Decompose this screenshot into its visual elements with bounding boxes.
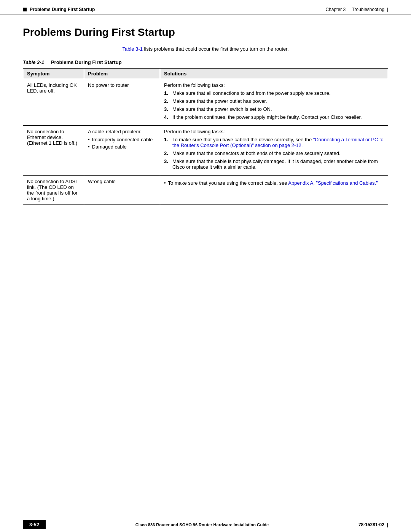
row3-appendix-link[interactable]: Appendix A, "Specifications and Cables." bbox=[288, 180, 378, 186]
row3-symptom: No connection to ADSL link. (The CD LED … bbox=[23, 176, 84, 205]
row1-solutions-list: 1. Make sure that all connections to and… bbox=[164, 90, 384, 120]
footer-doc-title: Cisco 836 Router and SOHO 96 Router Hard… bbox=[46, 522, 358, 527]
list-item: 1. To make sure that you have cabled the… bbox=[164, 137, 384, 148]
list-item: Improperly connected cable bbox=[88, 137, 156, 142]
row2-solutions-intro: Perform the following tasks: bbox=[164, 129, 384, 134]
col-header-problem: Problem bbox=[84, 69, 160, 79]
main-content: Problems During First Startup Table 3-1 … bbox=[0, 15, 411, 247]
list-item: 2. Make sure that the connectors at both… bbox=[164, 150, 384, 156]
table-header-row: Symptom Problem Solutions bbox=[23, 69, 388, 79]
row3-solutions-bullet: To make sure that you are using the corr… bbox=[164, 180, 384, 186]
list-item: Damaged cable bbox=[88, 144, 156, 150]
table-caption-title: Problems During First Startup bbox=[51, 59, 122, 65]
row2-symptom: No connection to Ethernet device. (Ether… bbox=[23, 126, 84, 176]
row1-solutions: Perform the following tasks: 1. Make sur… bbox=[160, 79, 388, 126]
list-item: 2. Make sure that the power outlet has p… bbox=[164, 98, 384, 104]
list-item: To make sure that you are using the corr… bbox=[164, 180, 384, 186]
breadcrumb-text: Problems During First Startup bbox=[30, 7, 95, 12]
row2-problem: A cable-related problem: Improperly conn… bbox=[84, 126, 160, 176]
list-item: 3. Make sure that the cable is not physi… bbox=[164, 158, 384, 170]
row1-solutions-intro: Perform the following tasks: bbox=[164, 82, 384, 88]
intro-paragraph: Table 3-1 lists problems that could occu… bbox=[23, 46, 388, 52]
table-link[interactable]: Table 3-1 bbox=[122, 46, 142, 52]
table-caption-num: Table 3-1 bbox=[23, 59, 44, 65]
page-footer: 3-52 Cisco 836 Router and SOHO 96 Router… bbox=[0, 517, 411, 532]
row2-problem-intro: A cable-related problem: bbox=[88, 129, 156, 134]
list-item: 3. Make sure that the power switch is se… bbox=[164, 106, 384, 112]
chapter-title: Troubleshooting bbox=[352, 7, 385, 12]
chapter-label: Chapter 3 bbox=[325, 7, 346, 12]
table-caption: Table 3-1 Problems During First Startup bbox=[23, 59, 388, 65]
row2-solutions: Perform the following tasks: 1. To make … bbox=[160, 126, 388, 176]
problems-table: Symptom Problem Solutions All LEDs, incl… bbox=[23, 68, 388, 205]
row1-problem: No power to router bbox=[84, 79, 160, 126]
page-title: Problems During First Startup bbox=[23, 26, 388, 38]
row3-problem: Wrong cable bbox=[84, 176, 160, 205]
col-header-solutions: Solutions bbox=[160, 69, 388, 79]
intro-rest-text: lists problems that could occur the firs… bbox=[143, 46, 289, 52]
row1-symptom: All LEDs, including OK LED, are off. bbox=[23, 79, 84, 126]
table-row: No connection to Ethernet device. (Ether… bbox=[23, 126, 388, 176]
footer-doc-number: 78-15281-02 | bbox=[358, 522, 388, 527]
table-row: No connection to ADSL link. (The CD LED … bbox=[23, 176, 388, 205]
list-item: 1. Make sure that all connections to and… bbox=[164, 90, 384, 96]
col-header-symptom: Symptom bbox=[23, 69, 84, 79]
breadcrumb-icon bbox=[23, 8, 27, 11]
page-header: Problems During First Startup Chapter 3 … bbox=[0, 0, 411, 15]
header-chapter: Chapter 3 Troubleshooting | bbox=[325, 7, 388, 12]
footer-left: 3-52 bbox=[23, 520, 46, 529]
row3-solutions: To make sure that you are using the corr… bbox=[160, 176, 388, 205]
row2-solutions-list: 1. To make sure that you have cabled the… bbox=[164, 137, 384, 170]
page-container: Problems During First Startup Chapter 3 … bbox=[0, 0, 411, 532]
row2-problem-bullets: Improperly connected cable Damaged cable bbox=[88, 137, 156, 150]
breadcrumb: Problems During First Startup bbox=[23, 7, 95, 12]
footer-page-number: 3-52 bbox=[23, 520, 46, 529]
list-item: 4. If the problem continues, the power s… bbox=[164, 114, 384, 120]
table-row: All LEDs, including OK LED, are off. No … bbox=[23, 79, 388, 126]
